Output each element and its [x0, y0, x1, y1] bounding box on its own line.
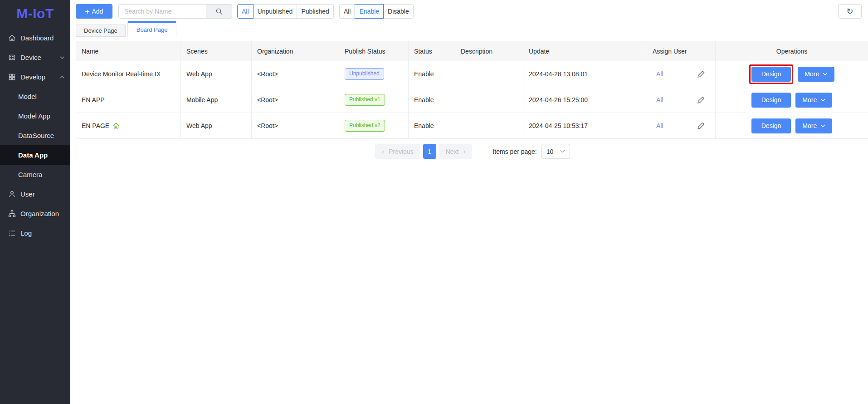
- search-icon: [215, 8, 223, 15]
- chevron-down-icon: [823, 73, 828, 76]
- table-header-row: Name Scenes Organization Publish Status …: [76, 41, 868, 61]
- page-size-select[interactable]: 10: [541, 144, 570, 159]
- more-button[interactable]: More: [798, 67, 834, 82]
- chevron-right-icon: ›: [463, 148, 465, 155]
- search-button[interactable]: [206, 4, 232, 19]
- assign-user-all-link[interactable]: All: [656, 70, 663, 78]
- sidebar-item-label: DataSource: [18, 132, 54, 139]
- sidebar-item-log[interactable]: Log: [0, 223, 70, 243]
- assign-user-all-link[interactable]: All: [656, 122, 663, 129]
- sidebar-item-label: Camera: [18, 171, 42, 178]
- edit-pencil-icon[interactable]: [697, 96, 705, 104]
- sidebar-item-label: User: [20, 190, 35, 198]
- sidebar: M-IoT Dashboard Device: [0, 0, 70, 404]
- status-filter-disable[interactable]: Disable: [383, 4, 414, 19]
- sidebar-item-label: Model App: [18, 112, 50, 120]
- chevron-down-icon: [820, 124, 825, 128]
- app-update-time: 2024-04-28 13:08:01: [523, 61, 647, 87]
- publish-filter-unpublished[interactable]: Unpublished: [253, 4, 297, 19]
- col-header-publish-status: Publish Status: [339, 41, 409, 61]
- publish-filter-published[interactable]: Published: [297, 4, 334, 19]
- table-row: EN PAGE Web App <Root> Published v2 Enab…: [76, 113, 868, 139]
- app-name: Device Monitor Real-time IX: [82, 70, 161, 78]
- sidebar-item-user[interactable]: User: [0, 184, 70, 204]
- col-header-organization: Organization: [252, 41, 339, 61]
- sidebar-item-datasource[interactable]: DataSource: [0, 126, 70, 145]
- app-update-time: 2024-04-25 10:53:17: [523, 113, 647, 139]
- sidebar-item-organization[interactable]: Organization: [0, 204, 70, 223]
- sidebar-item-label: Device: [20, 54, 41, 61]
- previous-label: Previous: [389, 148, 413, 155]
- edit-pencil-icon[interactable]: [697, 70, 705, 78]
- organization-icon: [8, 210, 16, 217]
- sidebar-item-device[interactable]: Device: [0, 48, 70, 67]
- page-size-value: 10: [546, 148, 554, 155]
- sidebar-item-label: Data App: [18, 151, 48, 159]
- items-per-page-label: Items per page:: [493, 148, 536, 155]
- publish-status-badge: Published v1: [345, 94, 385, 106]
- app-description: [455, 87, 523, 113]
- more-button-label: More: [805, 70, 819, 78]
- design-button[interactable]: Design: [751, 118, 791, 133]
- publish-filter-group: All Unpublished Published: [237, 4, 334, 19]
- app-name: EN PAGE: [82, 122, 109, 129]
- sidebar-item-camera[interactable]: Camera: [0, 165, 70, 184]
- search-input[interactable]: [118, 4, 206, 19]
- app-organization: <Root>: [252, 61, 339, 87]
- previous-page-button[interactable]: ‹ Previous: [375, 144, 420, 159]
- data-table: Name Scenes Organization Publish Status …: [76, 41, 868, 139]
- app-organization: <Root>: [252, 113, 339, 139]
- assign-user-all-link[interactable]: All: [656, 96, 663, 103]
- device-icon: [8, 54, 16, 61]
- sidebar-item-develop[interactable]: Develop: [0, 67, 70, 87]
- status-filter-all[interactable]: All: [339, 4, 356, 19]
- sidebar-item-dashboard[interactable]: Dashboard: [0, 28, 70, 48]
- chevron-left-icon: ‹: [382, 148, 384, 155]
- log-icon: [8, 229, 16, 237]
- sidebar-item-data-app[interactable]: Data App: [0, 145, 70, 165]
- table-row: EN APP Mobile App <Root> Published v1 En…: [76, 87, 868, 113]
- next-page-button[interactable]: Next ›: [439, 144, 473, 159]
- edit-pencil-icon[interactable]: [697, 122, 705, 130]
- chevron-down-icon: [820, 99, 825, 102]
- sidebar-item-label: Organization: [20, 210, 59, 217]
- user-icon: [8, 190, 16, 198]
- more-button[interactable]: More: [795, 118, 832, 133]
- refresh-button[interactable]: ↻: [838, 4, 862, 19]
- main-content: + Add All Unpublished Published All Enab…: [70, 0, 868, 404]
- toolbar: + Add All Unpublished Published All Enab…: [76, 4, 862, 19]
- sidebar-item-label: Log: [20, 229, 32, 237]
- publish-filter-all[interactable]: All: [237, 4, 254, 19]
- app-scenes: Web App: [181, 113, 252, 139]
- home-icon: [8, 34, 16, 42]
- home-page-icon: [112, 122, 120, 129]
- design-button[interactable]: Design: [751, 67, 791, 82]
- page-number-button[interactable]: 1: [423, 144, 436, 159]
- search-group: [118, 4, 232, 19]
- pagination: ‹ Previous 1 Next › Items per page: 10: [76, 144, 868, 159]
- design-button[interactable]: Design: [751, 93, 791, 108]
- col-header-name: Name: [76, 41, 181, 61]
- chevron-up-icon: [60, 76, 64, 79]
- highlight-box: Design: [749, 64, 794, 84]
- app-scenes: Mobile App: [181, 87, 252, 113]
- sidebar-item-model[interactable]: Model: [0, 87, 70, 106]
- tab-board-page[interactable]: Board Page: [127, 21, 177, 37]
- plus-icon: +: [85, 8, 90, 15]
- sidebar-item-model-app[interactable]: Model App: [0, 106, 70, 126]
- sidebar-item-label: Dashboard: [20, 34, 54, 42]
- col-header-update: Update: [523, 41, 647, 61]
- publish-status-badge: Published v2: [345, 120, 385, 132]
- publish-status-badge: Unpublished: [345, 68, 384, 80]
- sidebar-item-label: Develop: [20, 73, 45, 81]
- tab-device-page[interactable]: Device Page: [76, 25, 126, 37]
- app-description: [455, 113, 523, 139]
- status-filter-group: All Enable Disable: [339, 4, 414, 19]
- add-button[interactable]: + Add: [76, 4, 112, 19]
- col-header-operations: Operations: [716, 41, 868, 61]
- more-button[interactable]: More: [795, 93, 832, 108]
- sidebar-item-label: Model: [18, 93, 37, 100]
- app-logo: M-IoT: [0, 0, 70, 27]
- status-filter-enable[interactable]: Enable: [355, 4, 384, 19]
- chevron-down-icon: [560, 150, 565, 153]
